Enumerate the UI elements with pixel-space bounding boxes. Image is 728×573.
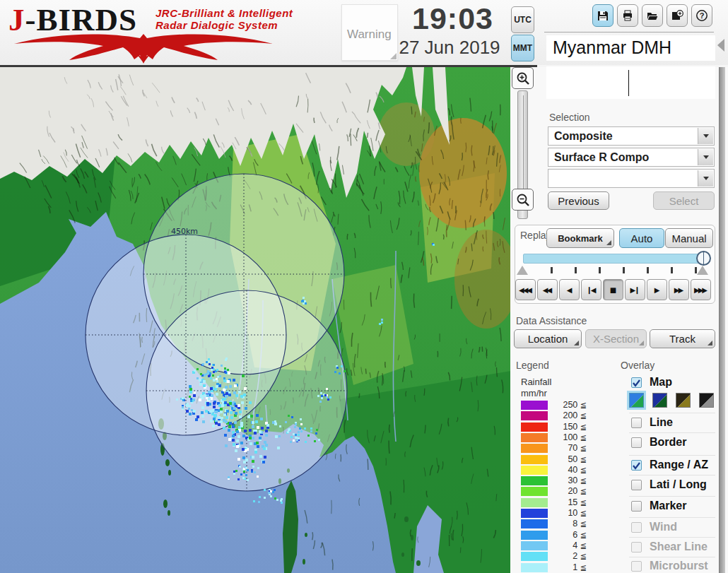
map-style-swatch-2[interactable] [652,393,667,408]
chevron-down-icon[interactable] [698,128,713,144]
legend-value: 200 ≦ [551,410,587,420]
legend-value: 20 ≦ [551,486,587,496]
legend-value: 250 ≦ [551,400,587,410]
check-icon [632,461,641,471]
svg-text:?: ? [700,11,705,20]
utc-toggle-button[interactable]: UTC [511,6,534,33]
text-cursor [628,70,629,96]
overlay-item-label: Map [650,376,672,389]
legend-color-swatch [521,498,548,507]
slider-tick [671,267,673,273]
slider-tick [575,267,577,273]
chevron-down-icon[interactable] [698,149,713,165]
overlay-item-label: Marker [650,500,686,512]
legend-value: 10 ≦ [551,508,587,518]
map-zoom-control [510,67,536,212]
auto-mode-button[interactable]: Auto [619,228,664,248]
overlay-item-range-az: Range / AZ [631,459,716,473]
save-button[interactable] [592,4,613,27]
slider-tick [695,267,697,273]
legend-value: 70 ≦ [551,443,587,453]
product-name-dropdown[interactable]: Surface R Compo [548,148,715,167]
next-frame-button[interactable]: ▶❙ [625,279,645,300]
replay-progress-handle[interactable] [696,251,711,266]
jbirds-logo: J-BIRDS JRC-Brilliant & Intelligent Rada… [6,1,288,64]
x-section-button[interactable]: X-Section [585,329,647,348]
range-start-marker[interactable] [517,266,528,275]
checkbox-icon[interactable] [631,480,642,490]
warning-button[interactable]: Warning [341,4,398,61]
location-button[interactable]: Location [514,329,582,348]
product-option-dropdown[interactable] [548,169,715,188]
jump-start-button[interactable]: ◀◀◀ [515,279,536,300]
legend-color-swatch [521,476,548,485]
image-plus-icon [671,9,683,22]
checkbox-icon[interactable] [631,437,642,448]
map-style-swatch-4[interactable] [699,393,714,408]
overlay-item-marker: Marker [631,500,716,514]
checkbox-checked-icon[interactable] [631,377,642,388]
brown-ridge-3 [378,102,435,166]
jbirds-app: 450km J-BIRDS JRC-Brilliant & Intelligen… [0,0,728,573]
overlay-item-label: Shear Line [650,540,708,553]
fast-rewind-button[interactable]: ◀◀ [537,279,558,300]
range-end-marker[interactable] [697,266,708,275]
legend-value: 100 ≦ [551,432,587,442]
clock-time: 19:03 [401,1,504,36]
slider-tick [623,267,625,273]
track-button[interactable]: Track [650,329,715,348]
open-button[interactable] [642,4,663,27]
map-style-swatch-1[interactable] [629,393,644,408]
product-type-dropdown[interactable]: Composite [548,126,715,146]
legend-label: Legend [516,360,549,371]
zoom-in-button[interactable] [512,67,534,89]
overlay-item-line: Line [631,417,716,431]
checkbox-checked-icon[interactable] [631,460,642,471]
checkbox-icon[interactable] [631,501,642,512]
step-back-button[interactable]: ◀ [559,279,580,300]
legend-color-swatch [521,411,548,420]
check-icon [632,379,641,388]
replay-progress-track[interactable] [523,254,705,264]
mmt-toggle-button[interactable]: MMT [511,35,534,61]
help-button[interactable]: ? [691,4,712,27]
legend-value: 2 ≦ [551,551,587,561]
legend-color-swatch [521,466,548,475]
capture-button[interactable] [667,4,688,27]
zoom-out-button[interactable] [512,189,534,211]
legend-value: 1 ≦ [551,562,587,572]
legend-value: 150 ≦ [551,422,587,432]
jump-end-button[interactable]: ▶▶▶ [691,279,711,300]
manual-mode-button[interactable]: Manual [665,228,713,248]
collapse-panel-icon[interactable] [717,39,724,52]
select-button[interactable]: Select [653,191,715,210]
legend-color-swatch [521,563,548,572]
station-list-box[interactable] [546,66,715,99]
chevron-down-icon[interactable] [698,170,713,187]
checkbox-icon [631,522,642,533]
overlay-separator [629,517,715,518]
overlay-item-microburst: Microburst [631,560,716,573]
range-ring-label: 450km [171,227,198,236]
play-button[interactable]: ▶ [647,279,667,300]
legend-color-swatch [521,487,548,496]
previous-button[interactable]: Previous [548,191,609,210]
station-title: Myanmar DMH [546,35,715,61]
legend-value: 50 ≦ [551,454,587,464]
panel-scrollbar[interactable] [719,67,725,573]
bookmark-button[interactable]: Bookmark [546,228,614,248]
legend-value: 6 ≦ [551,530,587,540]
radar-map[interactable]: 450km [0,67,511,573]
legend-color-swatch [521,531,548,540]
print-button[interactable] [617,4,638,27]
checkbox-icon[interactable] [631,418,642,428]
overlay-item-label: Lati / Long [650,478,707,491]
overlay-item-label: Microburst [650,560,708,572]
magnifier-minus-icon [516,193,530,207]
fast-forward-button[interactable]: ▶▶ [669,279,689,300]
map-style-swatch-3[interactable] [676,393,691,408]
legend-color-swatch [521,455,548,464]
prev-frame-button[interactable]: ❙◀ [581,279,601,300]
stop-button[interactable]: ■ [603,279,623,300]
overlay-separator [629,455,715,456]
